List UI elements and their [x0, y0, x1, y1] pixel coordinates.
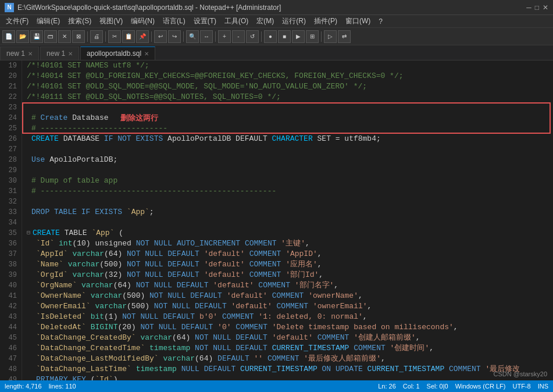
ln-41: 41	[2, 291, 17, 301]
code-text-21: /*!40101 SET @OLD_SQL_MODE=@@SQL_MODE, S…	[27, 81, 367, 92]
toolbar-macro-rec[interactable]: ●	[264, 30, 277, 43]
ln-26: 26	[2, 134, 17, 144]
code-text-38: `Name` varchar(500) NOT NULL DEFAULT 'de…	[36, 259, 322, 270]
code-text-20: /*!40014 SET @OLD_FOREIGN_KEY_CHECKS=@@F…	[27, 71, 404, 81]
ln-47: 47	[2, 354, 17, 364]
tab-new-2[interactable]: new 1 ✕	[40, 47, 79, 60]
tab-new-1-close[interactable]: ✕	[28, 51, 33, 57]
tab-new-1-label: new 1	[6, 49, 25, 58]
window-controls: ─ □ ✕	[526, 3, 548, 12]
code-text-47: `DataChange_LastModifiedBy` varchar(64) …	[36, 354, 386, 364]
code-line-31: # --------------------------------------…	[27, 186, 548, 197]
minimize-btn[interactable]: ─	[526, 3, 531, 12]
close-btn[interactable]: ✕	[543, 3, 548, 12]
toolbar-macro-play[interactable]: ▶	[292, 30, 305, 43]
toolbar-sync[interactable]: ⇄	[338, 30, 351, 43]
ln-27: 27	[2, 144, 17, 155]
menu-search[interactable]: 搜索(S)	[65, 16, 95, 27]
menu-edit[interactable]: 编辑(E)	[33, 16, 63, 27]
toolbar-paste[interactable]: 📌	[136, 30, 149, 43]
separator-7	[321, 31, 322, 42]
ln-39: 39	[2, 270, 17, 280]
code-line-49: PRIMARY KEY (`Id`),	[27, 375, 548, 380]
fold-marker-35[interactable]: ⊟	[27, 228, 30, 238]
code-text-19: /*!40101 SET NAMES utf8 */;	[27, 60, 149, 71]
menu-plugins[interactable]: 插件(P)	[311, 16, 341, 27]
tab-new-2-close[interactable]: ✕	[68, 51, 73, 57]
menu-run[interactable]: 运行(R)	[279, 16, 309, 27]
toolbar-save[interactable]: 💾	[30, 30, 43, 43]
status-left: length: 4,716 lines: 110	[5, 383, 76, 390]
code-line-27	[27, 144, 548, 155]
code-line-36: `Id` int(10) unsigned NOT NULL AUTO_INCR…	[27, 238, 548, 249]
title-bar: N E:\GitWorkSpace\apollo-quick-start\sql…	[0, 0, 553, 15]
code-text-22: /*!40111 SET @OLD_SQL_NOTES=@@SQL_NOTES,…	[27, 92, 281, 102]
status-ins: INS	[538, 383, 548, 390]
code-line-29	[27, 165, 548, 176]
code-text-31: # --------------------------------------…	[31, 186, 276, 197]
code-line-41: `OwnerName` varchar(500) NOT NULL DEFAUL…	[27, 291, 548, 301]
code-line-35: ⊟ CREATE TABLE `App` (	[27, 228, 548, 238]
ln-30: 30	[2, 176, 17, 186]
line-numbers: 19 20 21 22 23 24 25 26 27 28 29 30 31 3…	[0, 60, 22, 380]
code-text-37: `AppId` varchar(64) NOT NULL DEFAULT 'de…	[36, 249, 322, 259]
menu-file[interactable]: 文件(F)	[2, 16, 32, 27]
toolbar-cut[interactable]: ✂	[108, 30, 121, 43]
toolbar-redo[interactable]: ↪	[168, 30, 181, 43]
ln-25: 25	[2, 123, 17, 134]
code-text-30: # Dump of table app	[31, 176, 117, 186]
separator-6	[261, 31, 262, 42]
toolbar-new[interactable]: 📄	[2, 30, 15, 43]
code-line-38: `Name` varchar(500) NOT NULL DEFAULT 'de…	[27, 259, 548, 270]
ln-37: 37	[2, 249, 17, 259]
toolbar-copy[interactable]: 📋	[122, 30, 135, 43]
menu-window[interactable]: 窗口(W)	[342, 16, 374, 27]
menu-tools[interactable]: 工具(O)	[221, 16, 252, 27]
code-area[interactable]: /*!40101 SET NAMES utf8 */; /*!40014 SET…	[22, 60, 553, 380]
code-line-19: /*!40101 SET NAMES utf8 */;	[27, 60, 548, 71]
toolbar-open[interactable]: 📂	[16, 30, 29, 43]
ln-34: 34	[2, 218, 17, 228]
toolbar-zoom-out[interactable]: -	[232, 30, 245, 43]
separator-2	[105, 31, 106, 42]
code-line-23	[27, 102, 548, 113]
annotation-delete: 删除这两行	[120, 113, 158, 123]
toolbar-close[interactable]: ✕	[58, 30, 71, 43]
toolbar-replace[interactable]: ↔	[200, 30, 213, 43]
status-ln: Ln: 26	[378, 383, 396, 390]
menu-view[interactable]: 视图(V)	[96, 16, 126, 27]
code-text-26: CREATE DATABASE IF NOT EXISTS ApolloPort…	[31, 134, 381, 144]
toolbar-run[interactable]: ▷	[324, 30, 337, 43]
tab-new-1[interactable]: new 1 ✕	[0, 47, 39, 60]
menu-help[interactable]: ?	[375, 17, 386, 26]
toolbar-print[interactable]: 🖨	[90, 30, 103, 43]
maximize-btn[interactable]: □	[535, 3, 539, 12]
code-line-22: /*!40111 SET @OLD_SQL_NOTES=@@SQL_NOTES,…	[27, 92, 548, 102]
ln-45: 45	[2, 333, 17, 343]
menu-lang[interactable]: 语言(L)	[159, 16, 189, 27]
toolbar-close-all[interactable]: ⊠	[72, 30, 85, 43]
title-bar-left: N E:\GitWorkSpace\apollo-quick-start\sql…	[5, 3, 281, 12]
toolbar-zoom-in[interactable]: +	[218, 30, 231, 43]
toolbar-save-all[interactable]: 🗃	[44, 30, 57, 43]
toolbar-undo[interactable]: ↩	[154, 30, 167, 43]
ln-29: 29	[2, 165, 17, 176]
separator-3	[151, 31, 152, 42]
code-line-25: # ----------------------------	[27, 123, 548, 134]
tab-sql-file[interactable]: apolloportaldb.sql ✕	[80, 47, 155, 60]
status-length: length: 4,716	[5, 383, 42, 390]
menu-encode[interactable]: 编码(N)	[127, 16, 158, 27]
code-text-43: `IsDeleted` bit(1) NOT NULL DEFAULT b'0'…	[36, 312, 368, 322]
toolbar-macro-open[interactable]: ⊞	[306, 30, 319, 43]
menu-settings[interactable]: 设置(T)	[190, 16, 220, 27]
toolbar-find[interactable]: 🔍	[186, 30, 199, 43]
code-line-30: # Dump of table app	[27, 176, 548, 186]
tab-sql-close[interactable]: ✕	[144, 51, 149, 57]
ln-22: 22	[2, 92, 17, 102]
ln-43: 43	[2, 312, 17, 322]
toolbar-macro-stop[interactable]: ■	[278, 30, 291, 43]
code-text-24: # Create Database	[31, 113, 109, 123]
toolbar-zoom-reset[interactable]: ↺	[246, 30, 259, 43]
menu-macro[interactable]: 宏(M)	[253, 16, 277, 27]
status-right: Ln: 26 Col: 1 Sel: 0|0 Windows (CR LF) U…	[378, 383, 548, 390]
